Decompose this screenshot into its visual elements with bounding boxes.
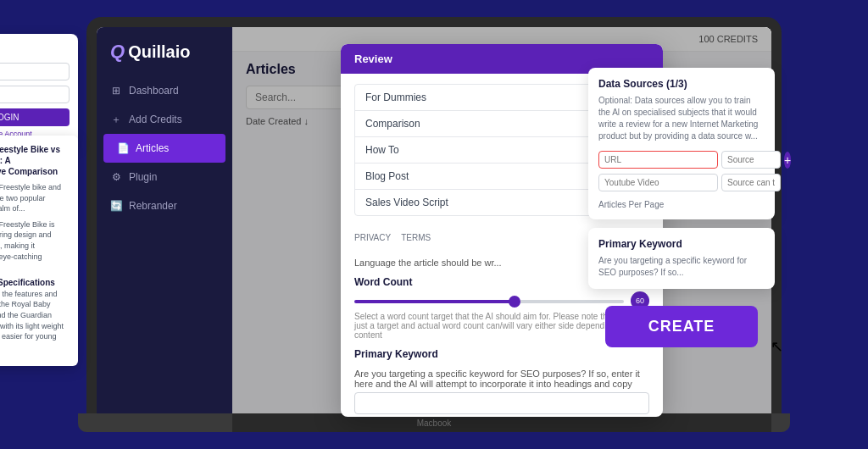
- rebrander-icon: 🔄: [110, 200, 122, 212]
- article-preview-card: Royal Baby Freestyle Bike vs Guardian Bi…: [0, 136, 78, 366]
- credits-icon: ＋: [110, 114, 122, 125]
- data-sources-title: Data Sources (1/3): [598, 78, 765, 90]
- sidebar: Q Quillaio ⊞ Dashboard ＋ Add Credits 📄 A…: [97, 27, 232, 432]
- sidebar-logo: Q Quillaio: [97, 41, 232, 76]
- youtube-input[interactable]: [598, 174, 718, 191]
- article-title: Royal Baby Freestyle Bike vs Guardian Bi…: [0, 144, 70, 177]
- article-text-1: The Royal Baby Freestyle bike and Guardi…: [0, 182, 70, 214]
- source-row-2: [598, 174, 765, 191]
- login-card: Q Quillaio LOGIN Create Account: [0, 34, 78, 147]
- sidebar-item-add-credits[interactable]: ＋ Add Credits: [97, 105, 232, 134]
- sidebar-item-articles[interactable]: 📄 Articles: [103, 134, 225, 163]
- privacy-link[interactable]: PRIVACY: [354, 233, 391, 242]
- source-url-input[interactable]: [598, 151, 718, 169]
- sidebar-item-plugin[interactable]: ⚙ Plugin: [97, 163, 232, 191]
- pk-panel-text: Are you targeting a specific keyword for…: [598, 255, 765, 279]
- primary-keyword-input[interactable]: [354, 392, 649, 414]
- data-sources-note: Optional: Data sources allow you to trai…: [598, 95, 765, 142]
- email-input[interactable]: [0, 63, 70, 80]
- login-logo: Q Quillaio: [0, 42, 70, 56]
- create-btn-wrapper: CREATE ↖: [588, 306, 775, 347]
- pk-panel-title: Primary Keyword: [598, 238, 765, 250]
- sidebar-item-dashboard[interactable]: ⊞ Dashboard: [97, 76, 232, 105]
- source-type-input[interactable]: [721, 151, 781, 169]
- terms-link[interactable]: TERMS: [401, 233, 431, 242]
- dashboard-icon: ⊞: [110, 85, 122, 97]
- login-button[interactable]: LOGIN: [0, 108, 70, 126]
- primary-keyword-title: Primary Keyword: [354, 348, 649, 360]
- articles-per-page-label: Articles Per Page: [598, 200, 765, 209]
- primary-keyword-note: Are you targeting a specific keyword for…: [354, 369, 649, 389]
- slider-container: [354, 291, 624, 310]
- plugin-icon: ⚙: [110, 171, 122, 183]
- cursor-icon: ↖: [771, 337, 783, 356]
- create-button[interactable]: CREATE: [605, 306, 758, 347]
- password-input[interactable]: [0, 86, 70, 103]
- source-row-1: +: [598, 151, 765, 169]
- article-text-2: The Royal Baby Freestyle Bike is known f…: [0, 219, 70, 273]
- data-sources-panel: Data Sources (1/3) Optional: Data source…: [588, 68, 775, 219]
- source-add-button[interactable]: +: [784, 152, 791, 169]
- article-text-3: When comparing the features and specific…: [0, 289, 70, 353]
- word-count-slider[interactable]: [354, 300, 624, 303]
- features-heading: Features and Specifications: [0, 278, 70, 287]
- sidebar-item-rebrander[interactable]: 🔄 Rebrander: [97, 191, 232, 220]
- primary-keyword-panel: Primary Keyword Are you targeting a spec…: [588, 228, 775, 289]
- source-can-test-input[interactable]: [721, 174, 781, 191]
- articles-icon: 📄: [117, 142, 129, 154]
